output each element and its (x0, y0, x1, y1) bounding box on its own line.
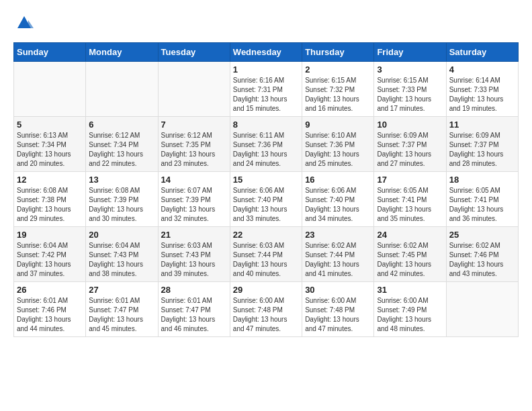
calendar-cell: 11Sunrise: 6:09 AM Sunset: 7:37 PM Dayli… (446, 116, 518, 171)
day-info: Sunrise: 6:14 AM Sunset: 7:33 PM Dayligh… (449, 76, 515, 113)
day-info: Sunrise: 6:09 AM Sunset: 7:37 PM Dayligh… (377, 131, 443, 169)
calendar-cell: 25Sunrise: 6:02 AM Sunset: 7:46 PM Dayli… (446, 226, 518, 281)
calendar-cell: 22Sunrise: 6:03 AM Sunset: 7:44 PM Dayli… (230, 226, 302, 281)
calendar-cell: 2Sunrise: 6:15 AM Sunset: 7:32 PM Daylig… (302, 61, 374, 116)
day-info: Sunrise: 6:03 AM Sunset: 7:43 PM Dayligh… (161, 241, 227, 279)
day-number: 17 (377, 175, 443, 185)
day-info: Sunrise: 6:16 AM Sunset: 7:31 PM Dayligh… (233, 76, 299, 113)
col-saturday: Saturday (446, 42, 518, 61)
day-number: 30 (305, 285, 371, 295)
calendar-cell: 30Sunrise: 6:00 AM Sunset: 7:48 PM Dayli… (302, 281, 374, 336)
calendar-cell: 15Sunrise: 6:06 AM Sunset: 7:40 PM Dayli… (230, 171, 302, 226)
day-info: Sunrise: 6:12 AM Sunset: 7:34 PM Dayligh… (89, 131, 154, 169)
day-info: Sunrise: 6:05 AM Sunset: 7:41 PM Dayligh… (449, 186, 515, 224)
calendar-cell: 8Sunrise: 6:11 AM Sunset: 7:36 PM Daylig… (230, 116, 302, 171)
day-number: 25 (449, 230, 515, 240)
calendar-cell: 24Sunrise: 6:02 AM Sunset: 7:45 PM Dayli… (374, 226, 446, 281)
day-info: Sunrise: 6:00 AM Sunset: 7:49 PM Dayligh… (377, 296, 443, 334)
day-info: Sunrise: 6:05 AM Sunset: 7:41 PM Dayligh… (377, 186, 443, 224)
day-number: 21 (161, 230, 227, 240)
day-info: Sunrise: 6:02 AM Sunset: 7:46 PM Dayligh… (449, 241, 515, 279)
day-number: 3 (377, 64, 443, 75)
day-number: 14 (161, 175, 227, 185)
day-info: Sunrise: 6:01 AM Sunset: 7:47 PM Dayligh… (89, 296, 154, 334)
page-header (13, 13, 519, 36)
day-number: 8 (233, 120, 299, 130)
day-number: 10 (377, 120, 443, 130)
calendar-week-4: 19Sunrise: 6:04 AM Sunset: 7:42 PM Dayli… (14, 226, 519, 281)
day-number: 5 (17, 120, 83, 130)
col-sunday: Sunday (14, 42, 86, 61)
calendar-week-1: 1Sunrise: 6:16 AM Sunset: 7:31 PM Daylig… (14, 61, 519, 116)
col-thursday: Thursday (302, 42, 374, 61)
day-number: 12 (17, 175, 83, 185)
calendar-cell: 1Sunrise: 6:16 AM Sunset: 7:31 PM Daylig… (230, 61, 302, 116)
calendar-cell: 6Sunrise: 6:12 AM Sunset: 7:34 PM Daylig… (86, 116, 158, 171)
calendar-cell: 9Sunrise: 6:10 AM Sunset: 7:36 PM Daylig… (302, 116, 374, 171)
day-info: Sunrise: 6:01 AM Sunset: 7:46 PM Dayligh… (17, 296, 83, 334)
calendar-cell: 10Sunrise: 6:09 AM Sunset: 7:37 PM Dayli… (374, 116, 446, 171)
calendar-cell: 26Sunrise: 6:01 AM Sunset: 7:46 PM Dayli… (14, 281, 86, 336)
calendar-cell: 31Sunrise: 6:00 AM Sunset: 7:49 PM Dayli… (374, 281, 446, 336)
day-number: 27 (89, 285, 154, 295)
col-monday: Monday (86, 42, 158, 61)
day-info: Sunrise: 6:11 AM Sunset: 7:36 PM Dayligh… (233, 131, 299, 169)
day-number: 1 (233, 64, 299, 75)
day-number: 18 (449, 175, 515, 185)
day-number: 9 (305, 120, 371, 130)
day-info: Sunrise: 6:06 AM Sunset: 7:40 PM Dayligh… (233, 186, 299, 224)
calendar-cell: 28Sunrise: 6:01 AM Sunset: 7:47 PM Dayli… (158, 281, 230, 336)
calendar-cell (158, 61, 230, 116)
calendar-cell: 18Sunrise: 6:05 AM Sunset: 7:41 PM Dayli… (446, 171, 518, 226)
day-info: Sunrise: 6:08 AM Sunset: 7:39 PM Dayligh… (89, 186, 154, 224)
col-friday: Friday (374, 42, 446, 61)
day-info: Sunrise: 6:10 AM Sunset: 7:36 PM Dayligh… (305, 131, 371, 169)
day-number: 29 (233, 285, 299, 295)
day-info: Sunrise: 6:04 AM Sunset: 7:42 PM Dayligh… (17, 241, 83, 279)
day-number: 11 (449, 120, 515, 130)
day-number: 22 (233, 230, 299, 240)
calendar-week-2: 5Sunrise: 6:13 AM Sunset: 7:34 PM Daylig… (14, 116, 519, 171)
calendar-cell: 14Sunrise: 6:07 AM Sunset: 7:39 PM Dayli… (158, 171, 230, 226)
logo (13, 13, 34, 36)
day-number: 7 (161, 120, 227, 130)
calendar-cell: 20Sunrise: 6:04 AM Sunset: 7:43 PM Dayli… (86, 226, 158, 281)
calendar-cell (86, 61, 158, 116)
day-number: 23 (305, 230, 371, 240)
calendar-cell: 27Sunrise: 6:01 AM Sunset: 7:47 PM Dayli… (86, 281, 158, 336)
day-number: 24 (377, 230, 443, 240)
day-number: 31 (377, 285, 443, 295)
day-number: 2 (305, 64, 371, 75)
day-info: Sunrise: 6:15 AM Sunset: 7:32 PM Dayligh… (305, 76, 371, 113)
calendar-cell: 17Sunrise: 6:05 AM Sunset: 7:41 PM Dayli… (374, 171, 446, 226)
logo-line1 (13, 13, 34, 36)
calendar-cell: 5Sunrise: 6:13 AM Sunset: 7:34 PM Daylig… (14, 116, 86, 171)
calendar-cell: 7Sunrise: 6:12 AM Sunset: 7:35 PM Daylig… (158, 116, 230, 171)
calendar-week-3: 12Sunrise: 6:08 AM Sunset: 7:38 PM Dayli… (14, 171, 519, 226)
day-number: 15 (233, 175, 299, 185)
day-number: 6 (89, 120, 154, 130)
day-info: Sunrise: 6:02 AM Sunset: 7:44 PM Dayligh… (305, 241, 371, 279)
calendar-cell: 29Sunrise: 6:00 AM Sunset: 7:48 PM Dayli… (230, 281, 302, 336)
calendar-week-5: 26Sunrise: 6:01 AM Sunset: 7:46 PM Dayli… (14, 281, 519, 336)
day-info: Sunrise: 6:02 AM Sunset: 7:45 PM Dayligh… (377, 241, 443, 279)
day-number: 13 (89, 175, 154, 185)
calendar-cell: 19Sunrise: 6:04 AM Sunset: 7:42 PM Dayli… (14, 226, 86, 281)
day-info: Sunrise: 6:09 AM Sunset: 7:37 PM Dayligh… (449, 131, 515, 169)
day-info: Sunrise: 6:04 AM Sunset: 7:43 PM Dayligh… (89, 241, 154, 279)
calendar-body: 1Sunrise: 6:16 AM Sunset: 7:31 PM Daylig… (14, 61, 519, 336)
calendar-cell: 13Sunrise: 6:08 AM Sunset: 7:39 PM Dayli… (86, 171, 158, 226)
day-info: Sunrise: 6:01 AM Sunset: 7:47 PM Dayligh… (161, 296, 227, 334)
day-number: 16 (305, 175, 371, 185)
calendar-cell: 4Sunrise: 6:14 AM Sunset: 7:33 PM Daylig… (446, 61, 518, 116)
day-number: 20 (89, 230, 154, 240)
calendar-cell: 16Sunrise: 6:06 AM Sunset: 7:40 PM Dayli… (302, 171, 374, 226)
header-row: Sunday Monday Tuesday Wednesday Thursday… (14, 42, 519, 61)
logo-icon (15, 13, 34, 32)
calendar-cell (446, 281, 518, 336)
calendar-cell: 12Sunrise: 6:08 AM Sunset: 7:38 PM Dayli… (14, 171, 86, 226)
calendar-cell: 3Sunrise: 6:15 AM Sunset: 7:33 PM Daylig… (374, 61, 446, 116)
svg-marker-1 (27, 20, 34, 28)
day-number: 28 (161, 285, 227, 295)
day-info: Sunrise: 6:03 AM Sunset: 7:44 PM Dayligh… (233, 241, 299, 279)
